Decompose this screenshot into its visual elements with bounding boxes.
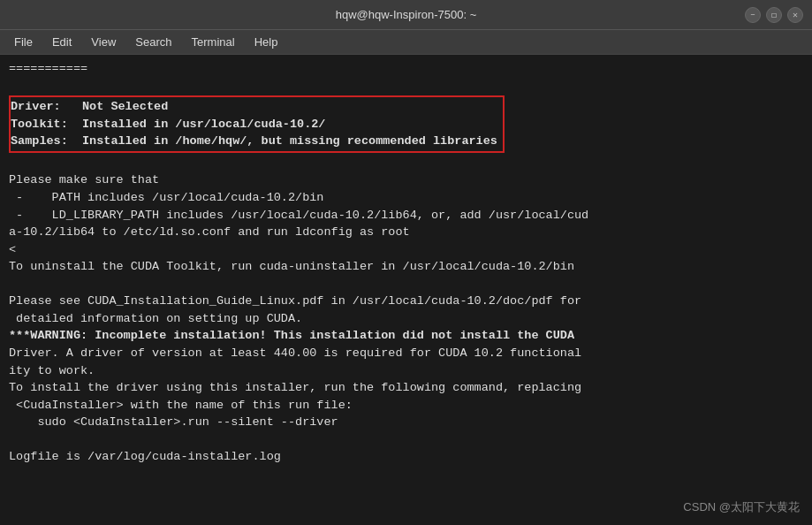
line-logfile: Logfile is /var/log/cuda-installer.log (9, 448, 803, 466)
maximize-button[interactable]: ◻ (766, 7, 782, 23)
line-path: - PATH includes /usr/local/cuda-10.2/bin (9, 189, 803, 207)
menu-edit[interactable]: Edit (43, 33, 80, 51)
line-blank-4 (9, 431, 803, 449)
menu-search[interactable]: Search (126, 33, 180, 51)
line-ldpath: - LD_LIBRARY_PATH includes /usr/local/cu… (9, 207, 803, 224)
line-blank-3 (9, 276, 803, 293)
line-warning: ***WARNING: Incomplete installation! Thi… (9, 327, 803, 345)
watermark: CSDN @太阳下大黄花 (683, 499, 800, 516)
window-title: hqw@hqw-Inspiron-7500: ~ (7, 8, 805, 21)
line-driver-req: Driver. A driver of version at least 440… (9, 345, 803, 362)
titlebar: hqw@hqw-Inspiron-7500: ~ – ◻ ✕ (0, 0, 812, 30)
menu-help[interactable]: Help (246, 33, 287, 51)
toolkit-line: Toolkit: Installed in /usr/local/cuda-10… (11, 116, 497, 133)
line-arrow: < (9, 241, 803, 259)
line-uninstall: To uninstall the CUDA Toolkit, run cuda-… (9, 258, 803, 276)
close-button[interactable]: ✕ (787, 7, 803, 23)
line-blank-2 (9, 155, 803, 172)
line-to-install: To install the driver using this install… (9, 379, 803, 397)
line-detailed: detailed information on setting up CUDA. (9, 310, 803, 328)
line-make-sure: Please make sure that (9, 171, 803, 189)
line-ity: ity to work. (9, 362, 803, 380)
samples-line: Samples: Installed in /home/hqw/, but mi… (11, 133, 497, 150)
menubar: File Edit View Search Terminal Help (0, 30, 812, 55)
line-blank-1 (9, 78, 803, 95)
status-block: Driver: Not Selected Toolkit: Installed … (9, 95, 505, 153)
line-separator: =========== (9, 60, 803, 78)
menu-file[interactable]: File (5, 33, 42, 51)
minimize-button[interactable]: – (745, 7, 761, 23)
menu-view[interactable]: View (82, 33, 125, 51)
window-controls[interactable]: – ◻ ✕ (745, 7, 803, 23)
driver-line: Driver: Not Selected (11, 98, 497, 116)
line-cuda-installer-label: <CudaInstaller> with the name of this ru… (9, 397, 803, 415)
menu-terminal[interactable]: Terminal (183, 33, 244, 51)
line-ldpath2: a-10.2/lib64 to /etc/ld.so.conf and run … (9, 224, 803, 241)
line-see: Please see CUDA_Installation_Guide_Linux… (9, 293, 803, 310)
line-sudo-cmd: sudo <CudaInstaller>.run --silent --driv… (9, 414, 803, 431)
terminal-output: =========== Driver: Not Selected Toolkit… (0, 55, 812, 525)
